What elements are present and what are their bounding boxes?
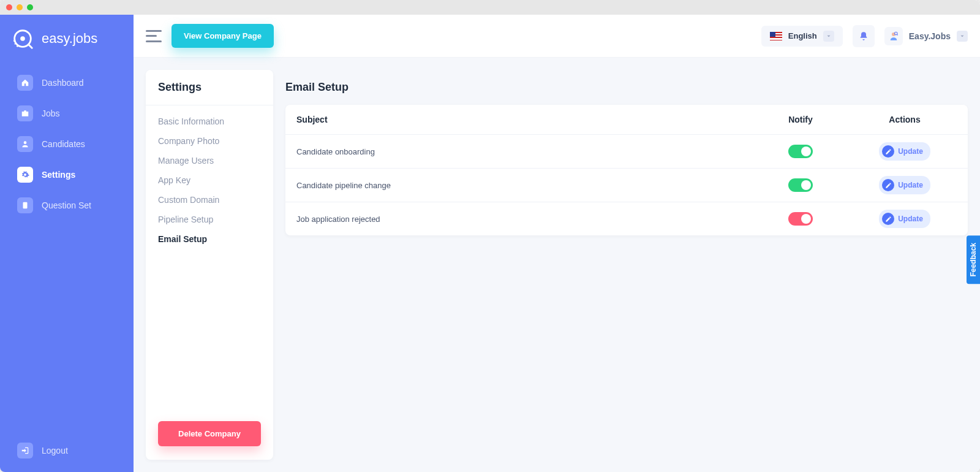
update-button[interactable]: Update: [879, 142, 930, 161]
column-actions: Actions: [853, 115, 957, 124]
notify-toggle[interactable]: [788, 212, 813, 226]
page-title: Email Setup: [285, 70, 968, 105]
sidebar: easy.jobs Dashboard Jobs Candidates Se: [0, 15, 134, 472]
settings-item-company-photo[interactable]: Company Photo: [158, 136, 261, 146]
settings-panel-title: Settings: [146, 70, 273, 105]
brand-mark-icon: [11, 27, 34, 50]
logout-icon: [17, 443, 33, 459]
briefcase-icon: [17, 105, 33, 121]
chevron-down-icon: [957, 31, 968, 42]
sidebar-item-label: Dashboard: [42, 78, 84, 88]
feedback-tab[interactable]: Feedback: [967, 235, 980, 284]
window-maximize-icon[interactable]: [27, 4, 33, 10]
svg-point-3: [15, 43, 16, 44]
cell-subject: Candidate pipeline change: [296, 181, 748, 190]
sidebar-item-candidates[interactable]: Candidates: [9, 130, 125, 158]
sidebar-item-label: Question Set: [42, 200, 91, 210]
window-close-icon[interactable]: [6, 4, 12, 10]
sidebar-item-jobs[interactable]: Jobs: [9, 99, 125, 128]
user-name-label: Easy.Jobs: [909, 31, 951, 41]
svg-point-5: [24, 141, 27, 144]
sidebar-item-label: Jobs: [42, 108, 60, 118]
update-button[interactable]: Update: [879, 176, 930, 194]
window-titlebar: [0, 0, 980, 15]
email-setup-table: Subject Notify Actions Candidate onboard…: [285, 105, 968, 235]
settings-item-pipeline-setup[interactable]: Pipeline Setup: [158, 215, 261, 224]
language-selector[interactable]: English: [761, 26, 843, 47]
topbar: View Company Page English Easy.Jobs: [134, 15, 980, 58]
svg-point-1: [20, 36, 25, 41]
column-subject: Subject: [296, 115, 748, 124]
update-label: Update: [898, 181, 923, 189]
settings-item-email-setup[interactable]: Email Setup: [158, 234, 261, 244]
settings-item-manage-users[interactable]: Manage Users: [158, 156, 261, 166]
cell-notify: [748, 212, 853, 226]
sidebar-item-label: Settings: [42, 170, 75, 180]
user-icon: [17, 136, 33, 152]
table-row: Candidate onboardingUpdate: [285, 135, 968, 168]
pencil-icon: [882, 179, 894, 191]
notifications-button[interactable]: [853, 25, 875, 47]
cell-notify: [748, 178, 853, 192]
notify-toggle[interactable]: [788, 145, 813, 158]
settings-item-basic-information[interactable]: Basic Information: [158, 116, 261, 126]
table-row: Job application rejectedUpdate: [285, 202, 968, 235]
update-label: Update: [898, 215, 923, 223]
chevron-down-icon: [823, 31, 834, 42]
brand-name: easy.jobs: [42, 31, 97, 47]
cell-notify: [748, 145, 853, 158]
home-icon: [17, 75, 33, 91]
sidebar-item-dashboard[interactable]: Dashboard: [9, 69, 125, 97]
column-notify: Notify: [748, 115, 853, 124]
window-minimize-icon[interactable]: [17, 4, 23, 10]
cell-actions: Update: [853, 210, 957, 228]
flag-us-icon: [770, 32, 782, 40]
update-label: Update: [898, 147, 923, 156]
settings-item-custom-domain[interactable]: Custom Domain: [158, 195, 261, 205]
table-row: Candidate pipeline changeUpdate: [285, 168, 968, 202]
settings-item-app-key[interactable]: App Key: [158, 175, 261, 185]
sidebar-item-label: Candidates: [42, 139, 85, 149]
menu-toggle-icon[interactable]: [146, 30, 162, 42]
avatar-icon: [884, 27, 903, 45]
main-nav: Dashboard Jobs Candidates Settings Quest…: [0, 69, 134, 219]
cell-actions: Update: [853, 176, 957, 194]
main-area: View Company Page English Easy.Jobs: [134, 15, 980, 472]
cell-subject: Job application rejected: [296, 215, 748, 224]
notify-toggle[interactable]: [788, 178, 813, 192]
user-menu[interactable]: Easy.Jobs: [884, 27, 968, 45]
svg-rect-6: [23, 202, 28, 209]
svg-point-4: [13, 40, 15, 42]
update-button[interactable]: Update: [879, 210, 930, 228]
sidebar-item-settings[interactable]: Settings: [9, 161, 125, 189]
bell-icon: [859, 31, 869, 41]
logout-button[interactable]: Logout: [0, 443, 134, 472]
cell-actions: Update: [853, 142, 957, 161]
clipboard-icon: [17, 197, 33, 213]
gear-icon: [17, 167, 33, 183]
table-header: Subject Notify Actions: [285, 105, 968, 135]
svg-point-2: [17, 45, 18, 47]
email-setup-panel: Email Setup Subject Notify Actions Candi…: [285, 70, 968, 460]
logout-label: Logout: [42, 446, 68, 455]
delete-company-button[interactable]: Delete Company: [158, 421, 261, 446]
sidebar-item-question-set[interactable]: Question Set: [9, 191, 125, 219]
language-label: English: [788, 31, 817, 40]
settings-subnav-list: Basic Information Company Photo Manage U…: [146, 105, 273, 410]
pencil-icon: [882, 145, 894, 158]
brand-logo[interactable]: easy.jobs: [0, 15, 134, 69]
settings-subnav-panel: Settings Basic Information Company Photo…: [146, 70, 273, 460]
cell-subject: Candidate onboarding: [296, 147, 748, 156]
pencil-icon: [882, 213, 894, 225]
view-company-button[interactable]: View Company Page: [172, 24, 274, 48]
